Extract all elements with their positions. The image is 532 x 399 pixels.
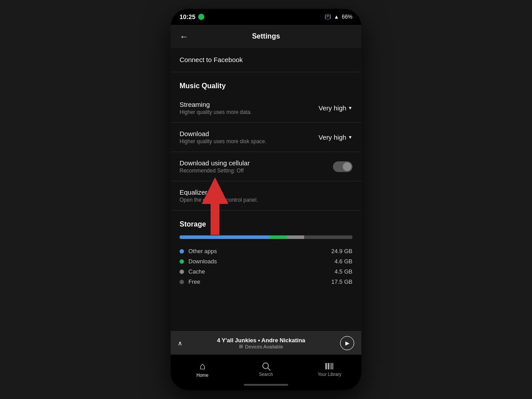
legend-value-downloads: 4.6 GB — [335, 258, 352, 265]
storage-bar-apps — [180, 235, 270, 239]
nav-home[interactable]: ⌂ Home — [171, 360, 234, 378]
status-bar: 10:25 📳 ▲ 66% — [171, 9, 361, 25]
svg-line-2 — [268, 368, 270, 370]
legend-dot-free — [180, 280, 184, 284]
status-icons: 📳 ▲ 66% — [325, 14, 352, 20]
search-label: Search — [259, 372, 273, 377]
storage-bar-container — [171, 232, 361, 243]
legend-apps: Other apps 24.9 GB — [180, 246, 352, 256]
phone-inner: 10:25 📳 ▲ 66% ← Settings Connect to Face… — [171, 9, 361, 390]
cellular-label: Download using cellular — [180, 159, 333, 167]
download-setting[interactable]: Download Higher quality uses more disk s… — [171, 123, 361, 152]
svg-rect-5 — [330, 363, 333, 369]
home-indicator — [171, 381, 361, 390]
library-icon — [325, 361, 334, 371]
equalizer-setting[interactable]: Equalizer Open the equalizer control pan… — [171, 181, 361, 211]
equalizer-label: Equalizer — [180, 188, 352, 196]
streaming-label: Streaming — [180, 101, 313, 108]
home-label: Home — [196, 373, 208, 378]
toggle-knob — [343, 162, 352, 171]
legend-value-free: 17.5 GB — [331, 278, 352, 285]
download-dropdown-arrow: ▼ — [348, 135, 352, 140]
storage-bar-cache — [287, 235, 304, 239]
legend-dot-downloads — [180, 259, 184, 264]
download-sublabel: Higher quality uses more disk space. — [180, 138, 313, 145]
storage-bar-downloads — [270, 235, 287, 239]
legend-value-apps: 24.9 GB — [331, 248, 352, 254]
cellular-text: Download using cellular Recommended Sett… — [180, 159, 333, 174]
devices-label: Devices Available — [245, 344, 283, 349]
status-time: 10:25 — [180, 13, 204, 20]
nav-library[interactable]: Your Library — [298, 361, 361, 377]
now-playing-title: 4 Y'all Junkies • Andre Nickatina — [182, 337, 340, 344]
cellular-setting[interactable]: Download using cellular Recommended Sett… — [171, 152, 361, 181]
legend-label-apps: Other apps — [188, 248, 327, 254]
legend-label-free: Free — [188, 278, 327, 285]
phone-frame: 10:25 📳 ▲ 66% ← Settings Connect to Face… — [171, 9, 361, 390]
legend-label-downloads: Downloads — [188, 258, 330, 265]
streaming-dropdown[interactable]: Very high ▼ — [313, 104, 352, 112]
now-playing-subtitle: ⊞ Devices Available — [182, 344, 340, 349]
legend-dot-cache — [180, 270, 184, 274]
svg-rect-4 — [328, 363, 330, 369]
streaming-setting[interactable]: Streaming Higher quality uses more data.… — [171, 94, 361, 123]
vibrate-icon: 📳 — [325, 14, 331, 20]
battery-label: 66% — [342, 14, 352, 20]
library-label: Your Library — [318, 372, 342, 377]
chevron-up-icon[interactable]: ∧ — [178, 340, 182, 347]
wifi-icon: ▲ — [334, 14, 339, 20]
storage-bar — [180, 235, 352, 239]
music-quality-title: Music Quality — [180, 82, 226, 90]
home-bar — [244, 384, 288, 386]
legend-free: Free 17.5 GB — [180, 277, 352, 287]
bottom-nav: ⌂ Home Search Your Library — [171, 355, 361, 381]
play-button[interactable]: ▶ — [340, 336, 354, 350]
svg-rect-3 — [325, 363, 327, 369]
back-button[interactable]: ← — [180, 31, 188, 42]
connect-facebook-item[interactable]: Connect to Facebook — [171, 48, 361, 72]
page-title: Settings — [252, 32, 280, 40]
nav-search[interactable]: Search — [234, 361, 297, 377]
top-nav: ← Settings — [171, 25, 361, 48]
connect-facebook-label: Connect to Facebook — [180, 56, 243, 63]
music-quality-header: Music Quality — [171, 72, 361, 94]
storage-bar-free — [304, 235, 352, 239]
time-display: 10:25 — [180, 13, 196, 20]
legend-value-cache: 4.5 GB — [335, 268, 352, 275]
storage-legend: Other apps 24.9 GB Downloads 4.6 GB Cach… — [171, 243, 361, 290]
download-dropdown[interactable]: Very high ▼ — [313, 133, 352, 141]
streaming-sublabel: Higher quality uses more data. — [180, 109, 313, 115]
cellular-sublabel: Recommended Setting: Off — [180, 168, 333, 174]
spotify-icon — [198, 14, 204, 20]
legend-cache: Cache 4.5 GB — [180, 266, 352, 277]
now-playing-info: 4 Y'all Junkies • Andre Nickatina ⊞ Devi… — [182, 337, 340, 349]
streaming-value: Very high — [319, 104, 347, 112]
search-icon — [261, 361, 271, 371]
download-value: Very high — [319, 133, 347, 141]
equalizer-text: Equalizer Open the equalizer control pan… — [180, 188, 352, 203]
download-label: Download — [180, 130, 313, 137]
streaming-text: Streaming Higher quality uses more data. — [180, 101, 313, 115]
equalizer-sublabel: Open the equalizer control panel. — [180, 197, 352, 203]
home-icon: ⌂ — [200, 360, 205, 372]
devices-icon: ⊞ — [239, 344, 243, 349]
legend-label-cache: Cache — [188, 268, 330, 275]
cellular-toggle[interactable] — [333, 161, 352, 172]
download-text: Download Higher quality uses more disk s… — [180, 130, 313, 145]
legend-dot-apps — [180, 249, 184, 254]
legend-downloads: Downloads 4.6 GB — [180, 256, 352, 266]
storage-header: Storage — [171, 211, 361, 232]
streaming-dropdown-arrow: ▼ — [348, 106, 352, 110]
settings-content[interactable]: Connect to Facebook Music Quality Stream… — [171, 48, 361, 331]
now-playing-bar[interactable]: ∧ 4 Y'all Junkies • Andre Nickatina ⊞ De… — [171, 331, 361, 355]
storage-title: Storage — [180, 220, 206, 228]
